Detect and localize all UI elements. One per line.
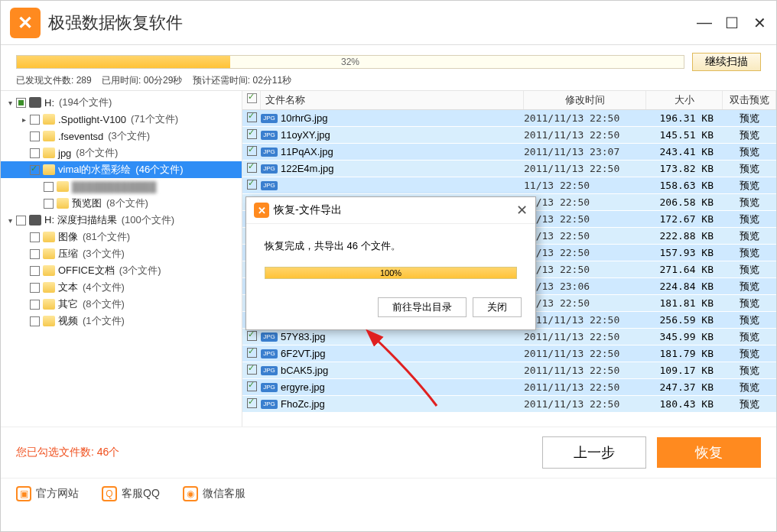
- col-preview-header[interactable]: 双击预览: [723, 91, 776, 109]
- tree-node[interactable]: 预览图(8个文件): [1, 195, 242, 212]
- wechat-support-link[interactable]: ◉ 微信客服: [183, 486, 245, 501]
- tree-checkbox[interactable]: [30, 266, 40, 276]
- maximize-button[interactable]: ☐: [724, 14, 740, 32]
- tree-node[interactable]: ▾H:(194个文件): [1, 94, 242, 111]
- file-row[interactable]: JPGergyre.jpg2011/11/13 22:50247.37 KB预览: [242, 379, 776, 396]
- file-checkbox[interactable]: [247, 112, 257, 122]
- file-preview-link[interactable]: 预览: [723, 128, 776, 142]
- file-preview-link[interactable]: 预览: [723, 196, 776, 209]
- file-checkbox[interactable]: [247, 146, 257, 156]
- tree-checkbox[interactable]: [16, 98, 26, 108]
- tree-node[interactable]: ▾H: 深度扫描结果(100个文件): [1, 212, 242, 229]
- tree-toggle-icon[interactable]: ▸: [19, 115, 28, 124]
- file-checkbox[interactable]: [247, 129, 257, 139]
- file-row[interactable]: JPG11/13 22:50158.63 KB预览: [242, 177, 776, 194]
- tree-node[interactable]: jpg(8个文件): [1, 144, 242, 161]
- tree-toggle-icon[interactable]: [19, 316, 28, 326]
- file-preview-link[interactable]: 预览: [723, 162, 776, 176]
- file-row[interactable]: JPG6F2VT.jpg2011/11/13 22:50181.79 KB预览: [242, 345, 776, 362]
- file-preview-link[interactable]: 预览: [723, 246, 776, 260]
- tree-toggle-icon[interactable]: [33, 182, 42, 191]
- tree-toggle-icon[interactable]: [19, 300, 28, 309]
- file-checkbox[interactable]: [247, 365, 257, 375]
- file-preview-link[interactable]: 预览: [723, 364, 776, 378]
- open-export-dir-button[interactable]: 前往导出目录: [378, 297, 467, 317]
- tree-toggle-icon[interactable]: [19, 283, 28, 292]
- col-check-header[interactable]: [242, 91, 261, 109]
- qq-support-link[interactable]: Q 客服QQ: [102, 486, 160, 501]
- file-row[interactable]: JPGbCAK5.jpg2011/11/13 22:50109.17 KB预览: [242, 362, 776, 379]
- recover-button[interactable]: 恢复: [657, 437, 761, 468]
- tree-node[interactable]: 文本(4个文件): [1, 279, 242, 296]
- tree-checkbox[interactable]: [30, 249, 40, 259]
- dialog-close-btn[interactable]: 关闭: [473, 297, 522, 317]
- tree-node[interactable]: ████████████: [1, 178, 242, 195]
- tree-toggle-icon[interactable]: [33, 199, 42, 208]
- col-size-header[interactable]: 大小: [646, 91, 723, 109]
- tree-node[interactable]: 压缩(3个文件): [1, 245, 242, 262]
- tree-checkbox[interactable]: [30, 148, 40, 158]
- file-checkbox[interactable]: [247, 163, 257, 173]
- file-preview-link[interactable]: 预览: [723, 297, 776, 310]
- file-preview-link[interactable]: 预览: [723, 330, 776, 344]
- tree-checkbox[interactable]: [30, 232, 40, 242]
- tree-checkbox[interactable]: [44, 182, 54, 192]
- tree-toggle-icon[interactable]: [19, 165, 28, 174]
- tree-node[interactable]: 其它(8个文件): [1, 296, 242, 313]
- file-checkbox[interactable]: [247, 398, 257, 408]
- minimize-button[interactable]: —: [697, 14, 712, 32]
- tree-toggle-icon[interactable]: [19, 266, 28, 275]
- official-site-link[interactable]: ▣ 官方网站: [16, 486, 79, 501]
- file-checkbox[interactable]: [247, 331, 257, 341]
- file-checkbox[interactable]: [247, 348, 257, 358]
- file-preview-link[interactable]: 预览: [723, 347, 776, 361]
- tree-checkbox[interactable]: [30, 165, 40, 175]
- folder-tree[interactable]: ▾H:(194个文件)▸.Spotlight-V100(71个文件).fseve…: [1, 91, 242, 427]
- tree-node[interactable]: vimal的水墨彩绘(46个文件): [1, 161, 242, 178]
- file-row[interactable]: JPG11oyXY.jpg2011/11/13 22:50145.51 KB预览: [242, 127, 776, 144]
- file-preview-link[interactable]: 预览: [723, 313, 776, 327]
- file-checkbox[interactable]: [247, 180, 257, 190]
- file-row[interactable]: JPG11PqAX.jpg2011/11/13 23:07243.41 KB预览: [242, 144, 776, 161]
- tree-node[interactable]: .fseventsd(3个文件): [1, 128, 242, 144]
- file-row[interactable]: JPG57Y83.jpg2011/11/13 22:50345.99 KB预览: [242, 329, 776, 345]
- file-preview-link[interactable]: 预览: [723, 229, 776, 243]
- tree-node[interactable]: 视频(1个文件): [1, 313, 242, 329]
- tree-label: jpg: [58, 148, 71, 159]
- tree-checkbox[interactable]: [30, 131, 40, 141]
- file-preview-link[interactable]: 预览: [723, 179, 776, 193]
- tree-checkbox[interactable]: [44, 199, 54, 209]
- tree-toggle-icon[interactable]: ▾: [5, 98, 15, 107]
- file-preview-link[interactable]: 预览: [723, 280, 776, 294]
- tree-toggle-icon[interactable]: ▾: [5, 216, 15, 225]
- col-date-header[interactable]: 修改时间: [524, 91, 646, 109]
- file-preview-link[interactable]: 预览: [723, 263, 776, 277]
- file-preview-link[interactable]: 预览: [723, 112, 776, 125]
- file-preview-link[interactable]: 预览: [723, 145, 776, 159]
- file-preview-link[interactable]: 预览: [723, 212, 776, 226]
- dialog-close-button[interactable]: ✕: [516, 202, 528, 219]
- file-row[interactable]: JPG122E4m.jpg2011/11/13 22:50173.82 KB预览: [242, 161, 776, 177]
- tree-toggle-icon[interactable]: [19, 148, 28, 157]
- file-row[interactable]: JPGFhoZc.jpg2011/11/13 22:50180.43 KB预览: [242, 396, 776, 413]
- tree-checkbox[interactable]: [30, 115, 40, 125]
- continue-scan-button[interactable]: 继续扫描: [692, 53, 761, 71]
- file-checkbox[interactable]: [247, 381, 257, 391]
- tree-toggle-icon[interactable]: [19, 131, 28, 141]
- tree-toggle-icon[interactable]: [19, 249, 28, 258]
- tree-checkbox[interactable]: [16, 216, 26, 225]
- close-button[interactable]: ✕: [752, 14, 767, 32]
- prev-step-button[interactable]: 上一步: [542, 436, 646, 469]
- tree-toggle-icon[interactable]: [19, 232, 28, 242]
- tree-node[interactable]: ▸.Spotlight-V100(71个文件): [1, 111, 242, 128]
- tree-checkbox[interactable]: [30, 316, 40, 326]
- col-name-header[interactable]: 文件名称: [261, 91, 524, 109]
- tree-node[interactable]: OFFICE文档(3个文件): [1, 262, 242, 279]
- file-preview-link[interactable]: 预览: [723, 397, 776, 411]
- file-preview-link[interactable]: 预览: [723, 381, 776, 394]
- tree-checkbox[interactable]: [30, 283, 40, 293]
- file-row[interactable]: JPG10rhrG.jpg2011/11/13 22:50196.31 KB预览: [242, 110, 776, 127]
- file-name: FhoZc.jpg: [281, 398, 325, 410]
- tree-node[interactable]: 图像(81个文件): [1, 229, 242, 245]
- tree-checkbox[interactable]: [30, 300, 40, 310]
